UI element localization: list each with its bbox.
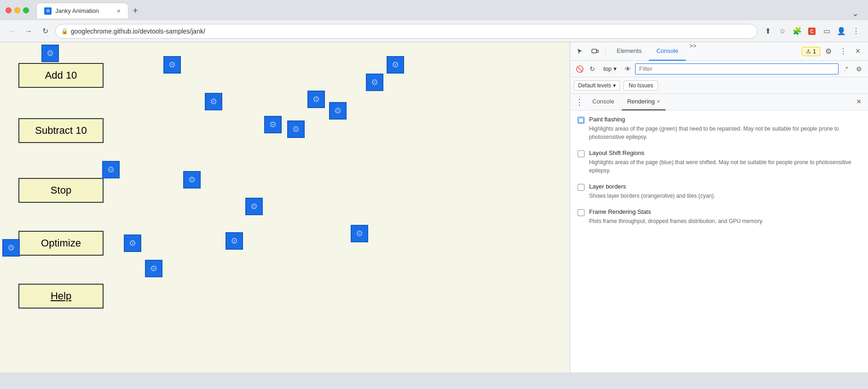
- tab-console[interactable]: Console: [649, 42, 686, 61]
- devtools-topbar: Elements Console >> ⚠ 1 ⚙ ⋮ ×: [570, 42, 868, 61]
- anim-box: [307, 91, 325, 108]
- add-10-button[interactable]: Add 10: [18, 63, 104, 88]
- warning-count: 1: [813, 48, 816, 55]
- tab-bar: Janky Animation × + ⌄: [36, 2, 862, 18]
- frame-rendering-desc: Plots frame throughput, dropped frames d…: [578, 217, 861, 225]
- ssl-lock-icon: 🔒: [61, 28, 68, 34]
- layout-shift-title: Layout Shift Regions: [589, 149, 644, 156]
- console-toolbar: 🚫 ↻ top ▾ 👁 .* ⚙: [570, 61, 868, 77]
- url-text: googlechrome.github.io/devtools-samples/…: [71, 28, 752, 35]
- warning-badge[interactable]: ⚠ 1: [802, 47, 820, 56]
- console-eye-icon[interactable]: 👁: [622, 63, 633, 74]
- anim-box: [183, 171, 201, 189]
- address-bar[interactable]: 🔒 googlechrome.github.io/devtools-sample…: [55, 24, 758, 39]
- anim-box: [205, 93, 222, 110]
- paint-flashing-desc: Highlights areas of the page (green) tha…: [578, 125, 861, 141]
- anim-box: [163, 56, 181, 74]
- console-filter-input[interactable]: [635, 63, 839, 74]
- subtract-10-button[interactable]: Subtract 10: [18, 118, 104, 143]
- help-button[interactable]: Help: [18, 284, 104, 309]
- warning-icon: ⚠: [806, 48, 811, 55]
- devtools-extension-icon[interactable]: C: [805, 25, 818, 38]
- anim-box: [102, 161, 120, 178]
- filter-regex-icon[interactable]: .*: [840, 63, 851, 74]
- profile-button[interactable]: 👤: [835, 25, 848, 38]
- layout-shift-checkbox[interactable]: [578, 150, 584, 157]
- top-context-selector[interactable]: top ▾: [600, 65, 620, 72]
- levels-bar: Default levels ▾ No Issues: [570, 77, 868, 94]
- close-traffic-light[interactable]: [6, 7, 12, 13]
- layer-borders-checkbox[interactable]: [578, 184, 584, 191]
- stop-button[interactable]: Stop: [18, 178, 104, 203]
- default-levels-button[interactable]: Default levels ▾: [574, 80, 620, 91]
- layout-shift-header: Layout Shift Regions: [578, 149, 861, 157]
- no-issues-button[interactable]: No Issues: [624, 80, 658, 91]
- paint-flashing-header: Paint flashing: [578, 116, 861, 124]
- extensions-button[interactable]: 🧩: [791, 25, 804, 38]
- layer-borders-item: Layer borders Shows layer borders (orang…: [578, 183, 861, 200]
- console-clear-icon[interactable]: 🚫: [574, 63, 585, 74]
- maximize-traffic-light[interactable]: [23, 7, 29, 13]
- new-tab-button[interactable]: +: [128, 3, 142, 18]
- anim-box: [226, 232, 243, 250]
- active-tab[interactable]: Janky Animation ×: [36, 3, 128, 18]
- devtools-more-button[interactable]: ⋮: [837, 45, 850, 58]
- nav-bar: ← → ↻ 🔒 googlechrome.github.io/devtools-…: [0, 20, 868, 42]
- rendering-panel: Paint flashing Highlights areas of the p…: [570, 110, 868, 372]
- paint-flashing-title: Paint flashing: [589, 116, 625, 123]
- frame-rendering-header: Frame Rendering Stats: [578, 208, 861, 216]
- svg-rect-2: [592, 49, 596, 53]
- console-refresh-icon[interactable]: ↻: [587, 63, 598, 74]
- tab-title: Janky Animation: [55, 7, 113, 14]
- layer-borders-title: Layer borders: [589, 183, 626, 190]
- layout-shift-desc: Highlights areas of the page (blue) that…: [578, 158, 861, 175]
- devtools-close-button[interactable]: ×: [851, 45, 864, 58]
- drawer-close-button[interactable]: ×: [853, 97, 864, 108]
- drawer-more-button[interactable]: ⋮: [574, 97, 585, 108]
- anim-box: [329, 102, 347, 120]
- page-content: Add 10 Subtract 10 Stop Optimize Help: [0, 42, 570, 372]
- back-button[interactable]: ←: [6, 25, 18, 38]
- devtools-tabs: Elements Console >>: [609, 42, 800, 61]
- more-tabs-button[interactable]: >>: [686, 42, 700, 61]
- svg-text:C: C: [810, 29, 813, 34]
- anim-box: [41, 45, 59, 62]
- anim-box: [387, 56, 404, 74]
- frame-rendering-title: Frame Rendering Stats: [589, 208, 651, 215]
- devtools-panel: Elements Console >> ⚠ 1 ⚙ ⋮ × 🚫 ↻: [570, 42, 868, 372]
- anim-box: [124, 235, 141, 252]
- anim-box: [264, 116, 282, 133]
- responsive-design-icon[interactable]: [589, 45, 602, 58]
- reload-button[interactable]: ↻: [39, 25, 52, 38]
- bookmark-button[interactable]: ☆: [776, 25, 789, 38]
- layout-shift-item: Layout Shift Regions Highlights areas of…: [578, 149, 861, 175]
- traffic-lights: [6, 7, 29, 13]
- tab-elements[interactable]: Elements: [609, 42, 649, 61]
- devtools-settings-button[interactable]: ⚙: [822, 45, 835, 58]
- drawer-tab-rendering[interactable]: Rendering ×: [622, 94, 666, 110]
- sidebar-toggle-button[interactable]: ▭: [820, 25, 833, 38]
- browser-menu-button[interactable]: ⋮: [850, 25, 862, 38]
- browser-chrome: Janky Animation × + ⌄ ← → ↻ 🔒 googlechro…: [0, 0, 868, 372]
- share-button[interactable]: ⬆: [761, 25, 774, 38]
- browser-menu-chevron[interactable]: ⌄: [852, 8, 859, 18]
- tab-favicon: [44, 7, 52, 15]
- rendering-tab-close-button[interactable]: ×: [657, 98, 660, 105]
- anim-box: [351, 225, 368, 242]
- console-settings-icon[interactable]: ⚙: [853, 63, 864, 74]
- anim-box: [287, 120, 305, 138]
- anim-box: [366, 74, 383, 91]
- minimize-traffic-light[interactable]: [14, 7, 20, 13]
- forward-button[interactable]: →: [22, 25, 35, 38]
- anim-box: [245, 198, 263, 215]
- cursor-tool-icon[interactable]: [574, 45, 587, 58]
- drawer-tab-console[interactable]: Console: [587, 94, 620, 110]
- svg-rect-3: [596, 50, 598, 52]
- separator: [605, 47, 606, 56]
- layer-borders-header: Layer borders: [578, 183, 861, 191]
- tab-close-button[interactable]: ×: [117, 7, 121, 15]
- frame-rendering-checkbox[interactable]: [578, 209, 584, 216]
- optimize-button[interactable]: Optimize: [18, 231, 104, 256]
- anim-box: [2, 239, 20, 257]
- paint-flashing-checkbox[interactable]: [578, 117, 584, 124]
